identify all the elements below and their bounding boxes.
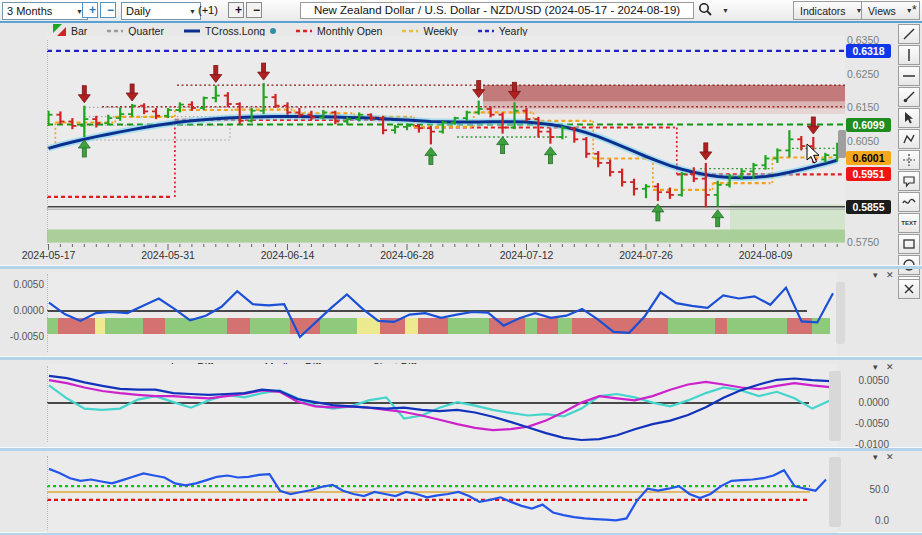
modified-star: * bbox=[912, 3, 917, 17]
period-minus-button[interactable]: − bbox=[246, 2, 262, 18]
price-axis-scroll-thumb[interactable] bbox=[838, 130, 846, 158]
move-tool-button[interactable] bbox=[898, 150, 920, 170]
price-tick-label: 0.6150 bbox=[847, 101, 889, 113]
resistance-zone-dark bbox=[483, 85, 845, 102]
panel-collapse-button[interactable]: ▾ bbox=[873, 363, 878, 372]
neuralx-max-strip-segment bbox=[727, 318, 787, 334]
plot-left-edge bbox=[47, 274, 49, 352]
price-tick-label: 0.5750 bbox=[847, 236, 889, 248]
legend-item-tcross-long[interactable]: TCross.Long bbox=[184, 25, 276, 37]
x-axis-date-label: 2024-07-12 bbox=[491, 249, 563, 261]
vertical-line-tool-button[interactable] bbox=[898, 45, 920, 65]
views-button[interactable]: Views ▼ bbox=[861, 1, 920, 20]
resistance-zone-light bbox=[483, 102, 845, 109]
neuralx-max-strip-segment bbox=[787, 318, 812, 334]
neuralx-max-strip-segment bbox=[165, 318, 227, 334]
zoom-in-button[interactable]: + bbox=[82, 2, 98, 18]
rsi-panel-canvas[interactable] bbox=[47, 453, 837, 533]
legend-label: Monthly Open bbox=[317, 25, 382, 37]
period-plus-button[interactable]: + bbox=[228, 2, 244, 18]
x-axis-date-label: 2024-06-28 bbox=[371, 249, 443, 261]
ray-tool-button[interactable] bbox=[898, 87, 920, 107]
price-level-badge: 0.6001 bbox=[846, 151, 891, 165]
panel-scroll-thumb[interactable] bbox=[829, 371, 841, 441]
dash-swatch-icon bbox=[296, 28, 312, 34]
panel-axis-label: -0.0050 bbox=[845, 418, 889, 429]
price-level-badge: 0.6099 bbox=[846, 118, 891, 132]
price-tick-label: 0.6050 bbox=[847, 135, 889, 147]
wave-tool-icon bbox=[902, 195, 916, 209]
panel-separator bbox=[0, 265, 922, 269]
indicators-button[interactable]: Indicators ▼ bbox=[793, 1, 869, 20]
zoom-out-button[interactable]: − bbox=[100, 2, 116, 18]
wave-tool-button[interactable] bbox=[898, 192, 920, 212]
chart-title[interactable]: New Zealand Dollar / U.S. Dollar - NZD/U… bbox=[300, 2, 694, 19]
price-chart-canvas[interactable] bbox=[47, 36, 845, 250]
panel-close-glyph[interactable]: ✕ bbox=[886, 271, 894, 280]
panel-axis-label: 0.0000 bbox=[4, 305, 44, 316]
panel-scroll-thumb[interactable] bbox=[829, 457, 841, 527]
panel-axis-label: 0.0 bbox=[845, 515, 889, 526]
chart-application-window: 3 Months ▼ + − Daily ▼ (+1) + − New Zeal… bbox=[0, 0, 922, 535]
panel-collapse-button[interactable]: ▾ bbox=[873, 271, 878, 280]
search-icon[interactable] bbox=[698, 2, 713, 21]
x-axis-date-label: 2024-05-17 bbox=[13, 249, 85, 261]
neuralx-max-strip-segment bbox=[227, 318, 250, 334]
search-caret-icon[interactable]: ▼ bbox=[722, 7, 729, 14]
plot-left-edge bbox=[47, 366, 49, 442]
views-button-label: Views bbox=[868, 5, 896, 17]
panel-scroll-thumb[interactable] bbox=[836, 282, 845, 344]
panel-axis-label: -0.0100 bbox=[845, 439, 889, 450]
plot-left-edge bbox=[47, 40, 49, 245]
legend-label: Yearly bbox=[499, 25, 528, 37]
panel-close-glyph[interactable]: ✕ bbox=[886, 453, 894, 462]
dash-swatch-icon bbox=[478, 28, 494, 34]
polyline-tool-button[interactable] bbox=[898, 129, 920, 149]
neuralx-max-strip-segment bbox=[320, 318, 357, 334]
x-axis-date-label: 2024-05-31 bbox=[132, 249, 204, 261]
price-tick-label: 0.6250 bbox=[847, 68, 889, 80]
panel-close-button[interactable] bbox=[898, 279, 920, 299]
period-select[interactable]: Daily ▼ bbox=[121, 2, 201, 20]
panel-collapse-button[interactable]: ▾ bbox=[873, 453, 878, 462]
text-tool-icon: TEXT bbox=[901, 220, 916, 226]
rectangle-tool-button[interactable] bbox=[898, 234, 920, 254]
horizontal-line-tool-button[interactable] bbox=[898, 66, 920, 86]
trendline-tool-icon bbox=[902, 27, 916, 41]
range-select[interactable]: 3 Months ▼ bbox=[2, 2, 88, 20]
legend-item-quarter[interactable]: Quarter bbox=[107, 25, 164, 37]
vertical-line-tool-icon bbox=[902, 48, 916, 62]
top-toolbar: 3 Months ▼ + − Daily ▼ (+1) + − New Zeal… bbox=[0, 0, 922, 23]
legend-item-weekly[interactable]: Weekly bbox=[402, 25, 457, 37]
x-axis-date-label: 2024-07-26 bbox=[610, 249, 682, 261]
callout-tool-icon bbox=[902, 174, 916, 188]
panel-separator bbox=[0, 356, 922, 360]
polyline-tool-icon bbox=[902, 132, 916, 146]
text-tool-button[interactable]: TEXT bbox=[898, 213, 920, 233]
panel-axis-label: 0.0050 bbox=[4, 279, 44, 290]
panel-axis-label: -0.0050 bbox=[4, 331, 44, 342]
price-level-badge: 0.6318 bbox=[846, 44, 891, 58]
neuralx-max-strip-segment bbox=[405, 318, 418, 334]
panel-axis-label: 0.0050 bbox=[845, 375, 889, 386]
trendline-tool-button[interactable] bbox=[898, 24, 920, 44]
neuralx-panel-canvas[interactable] bbox=[47, 272, 837, 355]
neuralx-max-strip-segment bbox=[418, 318, 448, 334]
resistance-zone-pale bbox=[483, 109, 845, 114]
callout-tool-button[interactable] bbox=[898, 171, 920, 191]
neuralx-max-strip-segment bbox=[250, 318, 290, 334]
info-dot-icon[interactable] bbox=[270, 28, 276, 34]
indicators-button-label: Indicators bbox=[800, 5, 846, 17]
legend-item-yearly[interactable]: Yearly bbox=[478, 25, 528, 37]
offset-label: (+1) bbox=[198, 4, 218, 16]
legend-label: Quarter bbox=[128, 25, 164, 37]
legend-item-monthly-open[interactable]: Monthly Open bbox=[296, 25, 382, 37]
plot-background bbox=[47, 36, 845, 243]
pointer-tool-icon bbox=[902, 111, 916, 125]
panel-axis-label: 0.0000 bbox=[845, 397, 889, 408]
ray-tool-icon bbox=[902, 90, 916, 104]
chevron-down-icon: ▼ bbox=[189, 8, 196, 15]
panel-close-glyph[interactable]: ✕ bbox=[886, 363, 894, 372]
pointer-tool-button[interactable] bbox=[898, 108, 920, 128]
diff-panel-canvas[interactable] bbox=[47, 364, 837, 446]
